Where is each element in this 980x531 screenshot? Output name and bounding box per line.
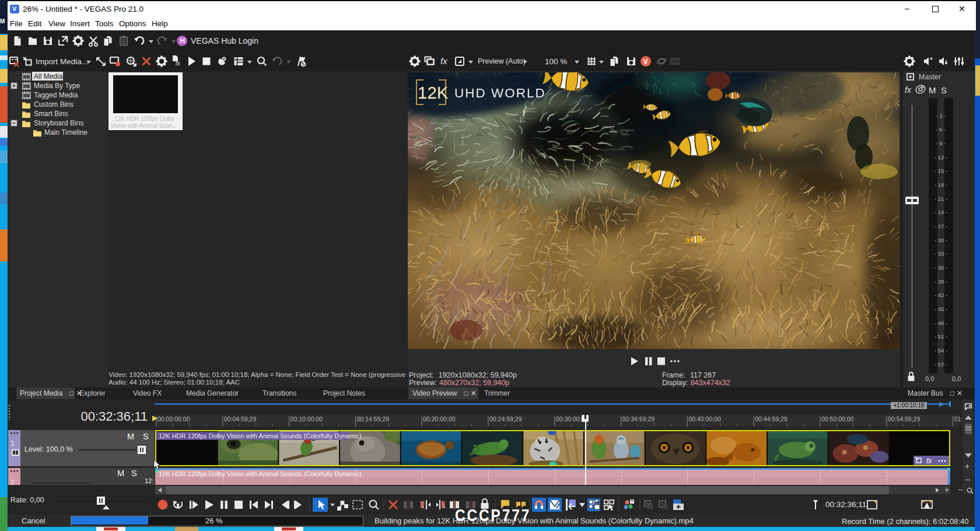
svg-text:- 9 -: - 9 - [936,140,946,146]
svg-text:00:40:00;00: 00:40:00;00 [688,415,721,422]
svg-text:HDR: HDR [671,59,682,64]
svg-text:Custom Bins: Custom Bins [34,100,74,109]
svg-text:Main Timeline: Main Timeline [44,128,88,137]
svg-text:Storyboard Bins: Storyboard Bins [34,119,83,127]
svg-text:0,0: 0,0 [925,375,934,382]
svg-text:Master: Master [919,73,941,81]
svg-text:- 33 -: - 33 - [935,250,947,257]
svg-text:- 27 -: - 27 - [935,223,947,229]
svg-text:- 18 -: - 18 - [935,181,947,188]
svg-text:00:34:59;29: 00:34:59;29 [622,415,655,422]
svg-text:Tagged Media: Tagged Media [34,91,78,99]
svg-text:fx: fx [440,56,447,66]
svg-text:- 45 -: - 45 - [935,306,947,312]
svg-text:- 3 -: - 3 - [936,113,946,119]
svg-text:Media By Type: Media By Type [34,82,80,90]
svg-text:S: S [941,85,947,95]
svg-text:Smart Bins: Smart Bins [34,110,68,118]
svg-text:fx: fx [905,85,912,95]
svg-text:M: M [929,85,936,95]
svg-text:- 21 -: - 21 - [935,195,947,202]
svg-text:- 6 -: - 6 - [936,126,946,132]
svg-text:00:20:00;00: 00:20:00;00 [423,415,456,422]
svg-text:fx: fx [176,60,181,67]
svg-text:- 30 -: - 30 - [935,237,947,243]
svg-text:01:00:: 01:00: [954,415,963,422]
svg-text:UHD WORLD: UHD WORLD [454,86,546,100]
svg-text:fx: fx [926,457,932,465]
svg-text:00:04:59;29: 00:04:59;29 [224,415,257,422]
svg-text:All Media: All Media [34,72,63,81]
svg-text:- 12 -: - 12 - [935,154,947,160]
svg-text:- 42 -: - 42 - [935,292,947,298]
svg-text:00:50:00;00: 00:50:00;00 [821,415,854,422]
svg-text:- 57 -: - 57 - [935,361,947,368]
svg-text:00:24:59;29: 00:24:59;29 [489,415,522,422]
svg-text:- 54 -: - 54 - [935,347,947,354]
svg-text:00:44:59;29: 00:44:59;29 [755,415,788,422]
svg-text:0,0: 0,0 [952,375,961,382]
svg-text:- 51 -: - 51 - [935,333,947,340]
svg-text:- 24 -: - 24 - [935,209,947,215]
svg-text:00:00:00:00: 00:00:00:00 [158,415,190,422]
svg-text:00:54:59;29: 00:54:59;29 [888,415,921,422]
svg-text:00:14:59;29: 00:14:59;29 [356,415,389,422]
svg-text:12K: 12K [418,83,449,102]
svg-text:- 48 -: - 48 - [935,320,947,326]
svg-text:- 39 -: - 39 - [935,278,947,285]
svg-text:V: V [643,58,648,66]
svg-text:- 36 -: - 36 - [935,264,947,271]
svg-text:- 15 -: - 15 - [935,167,947,174]
svg-text:00:10:00;00: 00:10:00;00 [290,415,323,422]
